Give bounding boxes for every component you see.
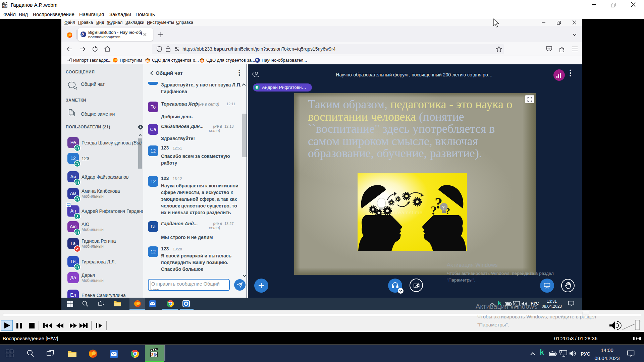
svg-text:3: 3: [3, 5, 4, 8]
svg-text:?: ?: [431, 204, 437, 217]
svg-text:?: ?: [442, 205, 445, 210]
svg-text:m: m: [146, 59, 149, 62]
svg-text:3: 3: [151, 353, 154, 357]
svg-text:dreamstime: dreamstime: [393, 209, 423, 215]
svg-text:m: m: [201, 59, 203, 62]
